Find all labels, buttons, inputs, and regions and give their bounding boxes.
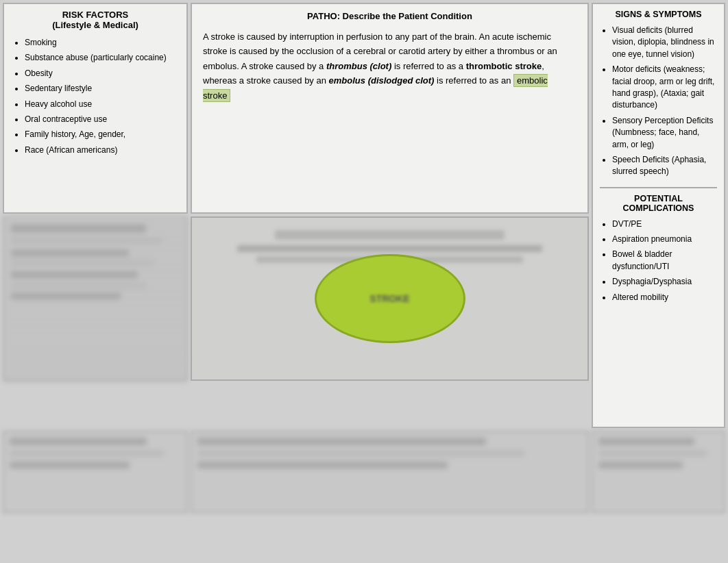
list-item: Sensory Perception Deficits (Numbness; f… [612,115,717,151]
patho-text: A stroke is caused by interruption in pe… [203,29,577,103]
rf-title-line1: RISK FACTORS [62,10,129,20]
list-item: Smoking [25,37,178,49]
list-item: Oral contraceptive use [25,114,178,125]
signs-list: Visual deficits (blurred vision, diplopi… [600,25,717,178]
rf-title-line2: (Lifestyle & Medical) [52,20,138,30]
list-item: Obesity [25,68,178,79]
risk-factors-list: Smoking Substance abuse (particularly co… [12,37,178,156]
list-item: DVT/PE [612,218,717,230]
patho-title: PATHO: Describe the Patient Condition [203,11,577,21]
signs-complications-panel: SIGNS & SYMPTOMS Visual deficits (blurre… [592,3,725,428]
list-item: Altered mobility [612,292,717,303]
complications-list: DVT/PE Aspiration pneumonia Bowel & blad… [600,218,717,303]
list-item: Family history, Age, gender, [25,129,178,140]
patho-panel: PATHO: Describe the Patient Condition A … [191,3,589,214]
mid-left-panel [3,216,188,381]
bottom-right-panel [592,431,725,513]
mid-center-panel: STROKE [191,216,589,381]
list-item: Speech Deficits (Aphasia, slurred speech… [612,154,717,178]
complications-section: POTENTIAL COMPLICATIONS DVT/PE Aspiratio… [600,194,717,303]
list-item: Bowel & bladder dysfunction/UTI [612,249,717,273]
risk-factors-title: RISK FACTORS (Lifestyle & Medical) [12,10,178,30]
complications-title: POTENTIAL COMPLICATIONS [600,194,717,213]
main-page: RISK FACTORS (Lifestyle & Medical) Smoki… [0,0,728,563]
bottom-left-panel [3,431,188,513]
list-item: Sedentary lifestyle [25,83,178,95]
signs-title: SIGNS & SYMPTOMS [600,10,717,19]
risk-factors-panel: RISK FACTORS (Lifestyle & Medical) Smoki… [3,3,188,214]
list-item: Substance abuse (particularly cocaine) [25,52,178,64]
list-item: Motor deficits (weakness; facial droop, … [612,64,717,112]
green-oval: STROKE [315,254,465,343]
list-item: Heavy alcohol use [25,99,178,110]
list-item: Race (African americans) [25,145,178,156]
signs-section: SIGNS & SYMPTOMS Visual deficits (blurre… [600,10,717,188]
bottom-center-panel [191,431,589,513]
list-item: Aspiration pneumonia [612,234,717,245]
list-item: Visual deficits (blurred vision, diplopi… [612,25,717,60]
list-item: Dysphagia/Dysphasia [612,276,717,288]
